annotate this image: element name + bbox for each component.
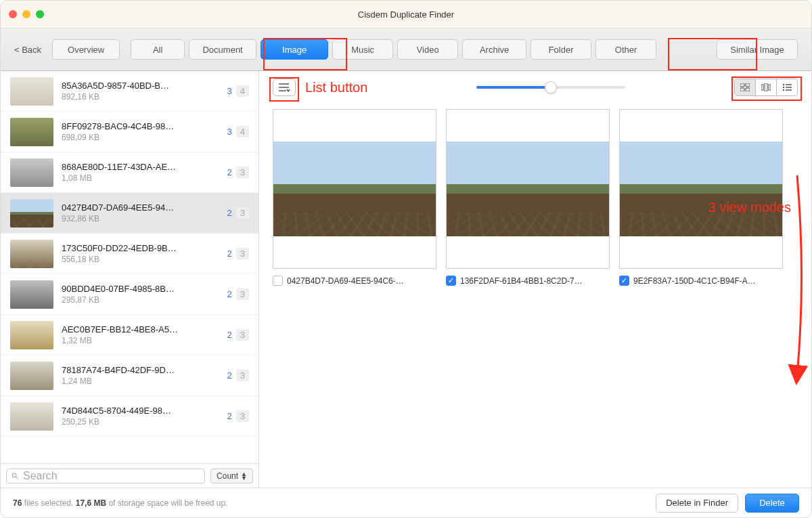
list-item[interactable]: 78187A74-B4FD-42DF-9D…1,24 MB23 [1,355,258,396]
search-icon [11,472,19,480]
view-grid-icon[interactable] [735,79,756,95]
tab-folder[interactable]: Folder [531,39,591,60]
delete-in-finder-button[interactable]: Delete in Finder [656,494,738,513]
thumbnail [10,199,53,228]
titlebar: Cisdem Duplicate Finder [1,1,811,28]
thumbnail [10,118,53,146]
selected-in-group: 2 [227,370,232,381]
window-title: Cisdem Duplicate Finder [358,9,454,20]
annotation-list-button: List button [305,80,367,95]
preview-grid: 0427B4D7-DA69-4EE5-94C6-…✓136F2DAF-61B4-… [273,109,798,286]
item-size: 892,16 KB [62,92,219,102]
thumbnail [10,362,53,390]
search-input[interactable]: Search [6,469,205,483]
total-in-group: 4 [236,85,249,97]
svg-line-1 [16,477,18,479]
image-preview [447,142,609,236]
minimize-icon[interactable] [22,10,30,18]
select-checkbox[interactable] [273,276,283,286]
list-item[interactable]: 85A36A5D-9857-40BD-B…892,16 KB34 [1,71,258,112]
svg-point-12 [783,84,784,85]
list-button[interactable] [273,79,296,96]
item-size: 1,32 MB [62,336,219,345]
total-in-group: 3 [236,207,249,219]
item-name: 173C50F0-DD22-4EDB-9B… [62,243,219,253]
thumbnail [10,321,53,349]
preview-card[interactable]: 0427B4D7-DA69-4EE5-94C6-… [273,109,436,286]
image-box [446,109,610,269]
tab-video[interactable]: Video [397,39,458,60]
close-icon[interactable] [9,10,17,18]
search-placeholder: Search [23,470,58,482]
preview-card[interactable]: ✓9E2F83A7-150D-4C1C-B94F-A… [619,109,783,286]
list-item[interactable]: 90BDD4E0-07BF-4985-8B…295,87 KB23 [1,274,258,315]
duplicate-groups-list: 85A36A5D-9857-40BD-B…892,16 KB348FF09278… [1,71,258,463]
thumbnail [10,402,53,431]
zoom-slider[interactable] [377,86,725,89]
list-icon [278,83,290,92]
sort-select[interactable]: Count ▲▼ [210,469,253,483]
item-name: AEC0B7EF-BB12-4BE8-A5… [62,324,219,334]
total-in-group: 3 [236,288,249,300]
delete-button[interactable]: Delete [745,494,799,513]
image-preview [620,142,782,236]
item-size: 1,24 MB [62,376,219,386]
selected-count: 76 [13,498,22,508]
selected-in-group: 3 [227,86,232,96]
svg-point-14 [783,87,784,88]
total-in-group: 3 [236,167,249,178]
thumbnail [10,240,53,268]
status-bar: 76 files selected. 17,6 MB of storage sp… [1,488,811,517]
image-box [619,109,783,269]
image-preview [273,142,436,236]
select-checkbox[interactable]: ✓ [446,276,456,286]
item-size: 1,08 MB [62,173,219,183]
tab-archive[interactable]: Archive [462,39,526,60]
item-size: 698,09 KB [62,133,219,142]
view-columns-icon[interactable] [756,79,777,95]
svg-rect-6 [746,83,750,87]
tab-image[interactable]: Image [261,39,328,60]
svg-rect-11 [769,85,771,90]
item-name: 8FF09278-BAC9-4C4B-98… [62,121,219,131]
view-mode-switch[interactable] [734,79,798,96]
item-size: 295,87 KB [62,295,219,305]
tab-overview[interactable]: Overview [52,39,120,60]
list-item[interactable]: 0427B4D7-DA69-4EE5-94…932,86 KB23 [1,193,258,234]
tab-other[interactable]: Other [595,39,656,60]
sort-label: Count [217,471,238,481]
list-item[interactable]: 868AE80D-11E7-43DA-AE…1,08 MB23 [1,152,258,193]
selected-in-group: 2 [227,330,232,340]
selected-in-group: 2 [227,249,232,259]
tab-document[interactable]: Document [189,39,256,60]
updown-icon: ▲▼ [241,472,247,480]
maximize-icon[interactable] [36,10,44,18]
view-list-icon[interactable] [777,79,797,95]
image-filename: 9E2F83A7-150D-4C1C-B94F-A… [633,276,756,286]
item-name: 74D844C5-8704-449E-98… [62,406,219,416]
selected-in-group: 2 [227,208,232,218]
list-item[interactable]: 74D844C5-8704-449E-98…250,25 KB23 [1,396,258,437]
image-filename: 136F2DAF-61B4-4BB1-8C2D-7… [460,276,583,286]
back-button[interactable]: < Back [14,45,41,55]
list-item[interactable]: AEC0B7EF-BB12-4BE8-A5…1,32 MB23 [1,315,258,355]
item-name: 78187A74-B4FD-42DF-9D… [62,365,219,375]
select-checkbox[interactable]: ✓ [619,276,629,286]
selected-in-group: 2 [227,289,232,299]
list-item[interactable]: 8FF09278-BAC9-4C4B-98…698,09 KB34 [1,112,258,152]
thumbnail [10,280,53,309]
freed-size: 17,6 MB [76,498,106,508]
tab-all[interactable]: All [131,39,185,60]
selected-in-group: 2 [227,411,232,421]
preview-card[interactable]: ✓136F2DAF-61B4-4BB1-8C2D-7… [446,109,610,286]
svg-rect-10 [765,83,767,91]
total-in-group: 3 [236,329,249,341]
tab-music[interactable]: Music [332,39,393,60]
tab-similar-image[interactable]: Similar Image [717,39,798,60]
item-name: 868AE80D-11E7-43DA-AE… [62,162,219,172]
thumbnail [10,77,53,106]
svg-point-0 [12,473,16,477]
selected-in-group: 2 [227,167,232,177]
toolbar: < Back Overview All Document Image Music… [1,28,811,71]
list-item[interactable]: 173C50F0-DD22-4EDB-9B…556,18 KB23 [1,234,258,274]
